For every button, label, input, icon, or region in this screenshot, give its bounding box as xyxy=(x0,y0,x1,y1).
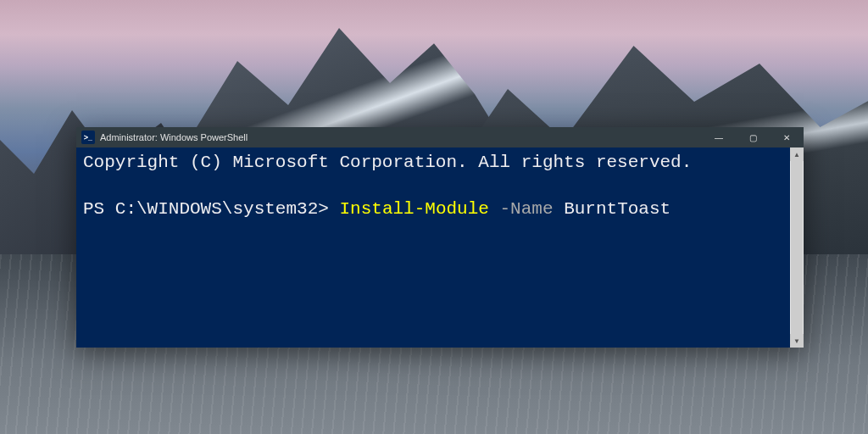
close-button[interactable]: ✕ xyxy=(770,127,804,147)
maximize-button[interactable]: ▢ xyxy=(736,127,770,147)
powershell-icon: >_ xyxy=(81,131,95,144)
powershell-window: >_ Administrator: Windows PowerShell — ▢… xyxy=(76,127,804,348)
minimize-button[interactable]: — xyxy=(702,127,736,147)
window-controls: — ▢ ✕ xyxy=(702,127,804,147)
scrollbar-track[interactable] xyxy=(790,161,804,334)
window-title: Administrator: Windows PowerShell xyxy=(98,132,702,142)
scrollbar-thumb[interactable] xyxy=(791,161,803,334)
command-parameter: -Name xyxy=(500,199,554,219)
scroll-down-button[interactable]: ▼ xyxy=(790,334,804,348)
console-output[interactable]: Copyright (C) Microsoft Corporation. All… xyxy=(76,147,790,348)
console-area: Copyright (C) Microsoft Corporation. All… xyxy=(76,147,804,348)
prompt-text: PS C:\WINDOWS\system32> xyxy=(83,199,329,219)
scroll-up-button[interactable]: ▲ xyxy=(790,147,804,161)
vertical-scrollbar[interactable]: ▲ ▼ xyxy=(790,147,804,348)
command-cmdlet: Install-Module xyxy=(339,199,488,219)
copyright-text: Copyright (C) Microsoft Corporation. All… xyxy=(83,153,692,172)
command-argument: BurntToast xyxy=(564,199,670,219)
titlebar[interactable]: >_ Administrator: Windows PowerShell — ▢… xyxy=(76,127,804,147)
